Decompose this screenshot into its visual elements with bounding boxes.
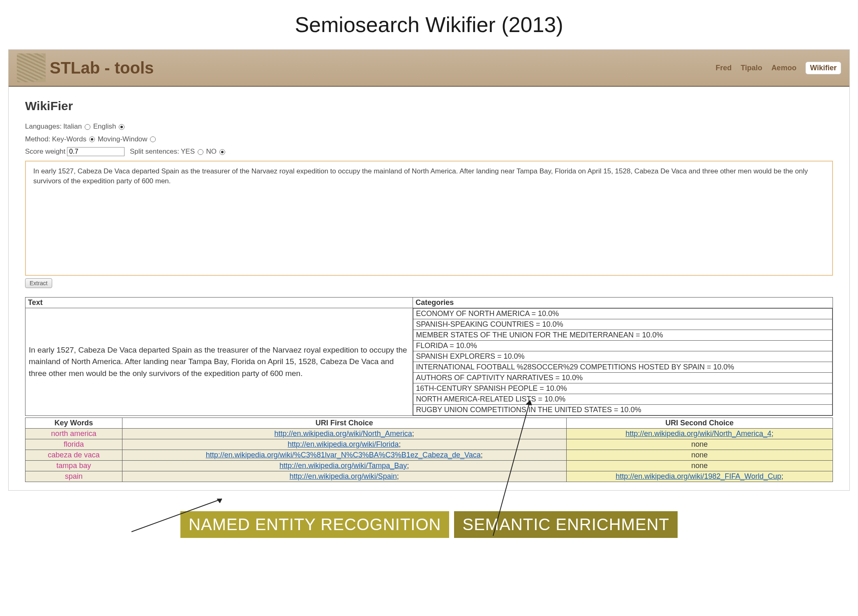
arrow-ner-icon: [123, 495, 247, 540]
svg-line-2: [493, 400, 530, 536]
split-option-no: NO: [204, 148, 219, 155]
method-option-moving-window: Moving-Window: [96, 135, 149, 143]
method-radio-key-words[interactable]: [89, 136, 95, 142]
app-frame: STLab - tools FredTipaloAemooWikifier Wi…: [8, 49, 850, 491]
language-option-english: English: [91, 122, 118, 130]
uri-second-cell: http://en.wikipedia.org/wiki/North_Ameri…: [566, 428, 833, 439]
language-radio-italian[interactable]: [85, 124, 90, 130]
score-weight-input[interactable]: [67, 147, 125, 156]
text-header: Text: [25, 297, 413, 308]
keyword-cell: tampa bay: [25, 460, 122, 471]
score-weight-label: Score weight: [25, 145, 65, 158]
method-option-key-words: Key-Words: [52, 135, 88, 143]
keyword-cell: spain: [25, 471, 122, 482]
content-area: WikiFier Languages: Italian English Meth…: [9, 87, 849, 297]
uri-second-none: none: [566, 460, 833, 471]
category-row: ECONOMY OF NORTH AMERICA = 10.0%: [413, 308, 833, 319]
category-row: SPANISH EXPLORERS = 10.0%: [413, 351, 833, 362]
category-row: NORTH AMERICA-RELATED LISTS = 10.0%: [413, 394, 833, 404]
brand-title: STLab - tools: [50, 59, 154, 77]
svg-line-0: [131, 499, 222, 532]
uri-first-link[interactable]: http://en.wikipedia.org/wiki/Tampa_Bay: [279, 461, 407, 470]
kw-header: Key Words: [25, 418, 122, 428]
split-radio-yes[interactable]: [198, 149, 203, 155]
languages-label: Languages:: [25, 120, 62, 133]
category-row: INTERNATIONAL FOOTBALL %28SOCCER%29 COMP…: [413, 362, 833, 372]
settings-block: Languages: Italian English Method: Key-W…: [25, 120, 833, 158]
category-row: MEMBER STATES OF THE UNION FOR THE MEDIT…: [413, 330, 833, 340]
uri-second-none: none: [566, 439, 833, 450]
nav-link-tipalo[interactable]: Tipalo: [740, 64, 762, 72]
page-title: WikiFier: [25, 99, 833, 113]
uri-first-link[interactable]: http://en.wikipedia.org/wiki/North_Ameri…: [274, 429, 412, 438]
categories-header: Categories: [413, 297, 833, 308]
uri-first-link[interactable]: http://en.wikipedia.org/wiki/Spain: [290, 472, 397, 480]
slide-title: Semiosearch Wikifier (2013): [0, 12, 858, 37]
nav-link-aemoo[interactable]: Aemoo: [771, 64, 796, 72]
category-row: AUTHORS OF CAPTIVITY NARRATIVES = 10.0%: [413, 372, 833, 383]
uri-second-cell: http://en.wikipedia.org/wiki/1982_FIFA_W…: [566, 471, 833, 482]
uri-first-link[interactable]: http://en.wikipedia.org/wiki/%C3%81lvar_…: [206, 451, 481, 459]
uri2-header: URI Second Choice: [566, 418, 833, 428]
keyword-cell: north america: [25, 428, 122, 439]
nav-link-fred[interactable]: Fred: [715, 64, 731, 72]
nav-links: FredTipaloAemooWikifier: [715, 62, 841, 74]
arrow-sem-icon: [485, 396, 551, 540]
uri-second-link[interactable]: http://en.wikipedia.org/wiki/North_Ameri…: [625, 429, 771, 438]
results-block: Text Categories In early 1527, Cabeza De…: [25, 297, 833, 482]
extract-button[interactable]: Extract: [25, 278, 52, 288]
method-radio-moving-window[interactable]: [150, 136, 156, 142]
category-row: RUGBY UNION COMPETITIONS IN THE UNITED S…: [413, 404, 833, 415]
category-row: SPANISH-SPEAKING COUNTRIES = 10.0%: [413, 319, 833, 330]
method-label: Method:: [25, 133, 50, 146]
category-row: FLORIDA = 10.0%: [413, 340, 833, 351]
keyword-cell: florida: [25, 439, 122, 450]
split-radio-no[interactable]: [219, 149, 225, 155]
language-radio-english[interactable]: [119, 124, 125, 130]
stlab-logo-icon: [17, 53, 46, 82]
split-option-yes: YES: [181, 148, 197, 155]
result-text-cell: In early 1527, Cabeza De Vaca departed S…: [25, 308, 413, 415]
uri-first-link[interactable]: http://en.wikipedia.org/wiki/Florida: [288, 440, 399, 448]
uri-second-none: none: [566, 450, 833, 460]
split-sentences-label: Split sentences:: [130, 145, 179, 158]
annotation-overlay: NAMED ENTITY RECOGNITION SEMANTIC ENRICH…: [0, 511, 858, 585]
input-textarea[interactable]: In early 1527, Cabeza De Vaca departed S…: [25, 161, 833, 276]
uri-second-link[interactable]: http://en.wikipedia.org/wiki/1982_FIFA_W…: [616, 472, 781, 480]
svg-marker-3: [526, 400, 532, 405]
nav-link-wikifier[interactable]: Wikifier: [805, 62, 841, 74]
app-header: STLab - tools FredTipaloAemooWikifier: [9, 50, 849, 87]
language-option-italian: Italian: [63, 122, 84, 130]
svg-marker-1: [217, 499, 222, 503]
keyword-cell: cabeza de vaca: [25, 450, 122, 460]
category-row: 16TH-CENTURY SPANISH PEOPLE = 10.0%: [413, 383, 833, 394]
